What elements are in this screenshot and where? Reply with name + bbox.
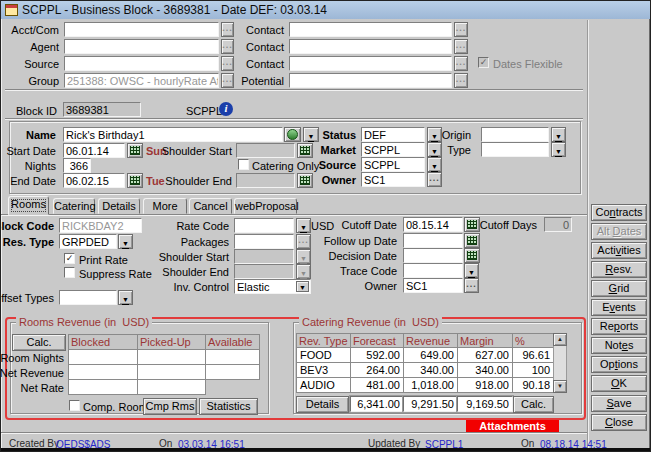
source-lookup-button[interactable]: ... (221, 56, 234, 71)
cell-forecast[interactable]: 264.00 (350, 362, 404, 378)
type-field[interactable] (481, 142, 549, 157)
res-type-lov-button[interactable]: ▼ (118, 234, 133, 249)
decision-date-field[interactable] (403, 248, 463, 263)
source-lov-button[interactable]: ▼ (427, 157, 442, 172)
follow-up-calendar-button[interactable] (464, 233, 480, 248)
tab-more[interactable]: More (143, 198, 187, 214)
origin-lov-button[interactable]: ▼ (551, 127, 566, 142)
statistics-button[interactable]: Statistics (199, 398, 258, 415)
agent-field[interactable] (64, 39, 219, 54)
cell-revenue[interactable]: 649.00 (403, 347, 458, 363)
acct-com-lookup-button[interactable]: ... (221, 22, 234, 37)
cell-revenue[interactable]: 340.00 (403, 362, 458, 378)
contact2-field[interactable] (289, 39, 452, 54)
comp-rooms-checkbox[interactable] (69, 400, 80, 411)
packages-lookup-button[interactable]: ... (296, 234, 311, 249)
cell-pct[interactable]: 96.61 (512, 347, 554, 363)
cell-forecast[interactable]: 481.00 (350, 377, 404, 393)
cmp-rms-button[interactable]: Cmp Rms (143, 398, 197, 415)
agent-lookup-button[interactable]: ... (221, 39, 234, 54)
activities-button[interactable]: Activities (591, 242, 647, 259)
packages-field[interactable] (234, 234, 294, 249)
cell-pct[interactable]: 100 (512, 362, 554, 378)
status-field[interactable]: DEF (361, 127, 425, 142)
cell-rev-type[interactable]: BEV3 (296, 362, 351, 378)
market-lov-button[interactable]: ▼ (427, 142, 442, 157)
catering-only-checkbox[interactable] (238, 159, 249, 170)
shoulder-end-calendar-button[interactable] (297, 173, 313, 188)
options-button[interactable]: Options (591, 356, 647, 373)
rooms-owner-field[interactable]: SC1 (403, 278, 463, 293)
combo-dropdown-button[interactable]: ▼ (296, 281, 309, 292)
close-button[interactable]: Close (591, 414, 647, 431)
name-lov-button[interactable]: ▼ (303, 127, 319, 142)
cutoff-date-field[interactable]: 08.15.14 (403, 217, 463, 232)
shoulder-start-calendar-button[interactable] (297, 143, 313, 158)
cell-rev-type[interactable]: AUDIO (296, 377, 351, 393)
block-code-field[interactable]: RICKBDAY2 (59, 218, 142, 233)
end-date-calendar-button[interactable] (127, 173, 143, 188)
suppress-rate-checkbox[interactable] (64, 267, 75, 278)
tab-details[interactable]: Details (98, 198, 140, 214)
cutoff-date-calendar-button[interactable] (464, 217, 480, 232)
cell-pct[interactable]: 90.18 (512, 377, 554, 393)
acct-com-field[interactable] (64, 22, 219, 37)
save-button[interactable]: Save (591, 395, 647, 412)
follow-up-date-field[interactable] (403, 233, 463, 248)
potential-field[interactable] (289, 73, 452, 88)
events-button[interactable]: Events (591, 299, 647, 316)
cell-revenue[interactable]: 1,018.00 (403, 377, 458, 393)
grid-button[interactable]: Grid (591, 280, 647, 297)
cell-forecast[interactable]: 592.00 (350, 347, 404, 363)
nights-field[interactable]: 366 (63, 158, 91, 173)
notes-button[interactable]: Notes (591, 337, 647, 354)
contact1-field[interactable] (289, 22, 452, 37)
start-date-field[interactable]: 06.01.14 (63, 143, 125, 158)
resv-button[interactable]: Resv. (591, 261, 647, 278)
group-lookup-button[interactable]: ... (221, 73, 234, 88)
trace-code-lov-button[interactable]: ▼ (464, 263, 479, 278)
cell-margin[interactable]: 918.00 (457, 377, 513, 393)
contact3-lookup-button[interactable]: ... (454, 56, 468, 71)
offset-types-lov-button[interactable]: ▼ (118, 290, 133, 305)
contact2-lookup-button[interactable]: ... (454, 39, 468, 54)
cell-margin[interactable]: 340.00 (457, 362, 513, 378)
rooms-calc-button[interactable]: Calc. (12, 334, 66, 351)
rate-code-field[interactable] (234, 218, 294, 233)
ok-button[interactable]: OK (591, 375, 647, 392)
contact3-field[interactable] (289, 56, 452, 71)
inv-control-select[interactable]: Elastic ▼ (234, 279, 311, 294)
owner-lookup-button[interactable]: ... (427, 172, 442, 187)
catering-scrollbar-track[interactable] (553, 345, 567, 381)
tab-catering[interactable]: Catering (53, 198, 95, 214)
trace-code-field[interactable] (403, 263, 463, 278)
name-field[interactable]: Rick's Birthday1 (63, 127, 283, 142)
scroll-down-button[interactable]: ▼ (553, 380, 567, 393)
contact1-lookup-button[interactable]: ... (454, 22, 468, 37)
offset-types-field[interactable] (59, 290, 117, 305)
contracts-button[interactable]: Contracts (591, 204, 647, 221)
cell-rev-type[interactable]: FOOD (296, 347, 351, 363)
tab-rooms[interactable]: Rooms (8, 196, 49, 215)
rooms-owner-lookup-button[interactable]: ... (464, 278, 479, 293)
source-field[interactable] (64, 56, 219, 71)
tab-webproposal[interactable]: webProposal (234, 198, 297, 214)
tab-cancel[interactable]: Cancel (189, 198, 232, 214)
titlebar[interactable]: SCPPL - Business Block - 3689381 - Date … (1, 1, 650, 19)
type-lov-button[interactable]: ▼ (551, 142, 566, 157)
origin-field[interactable] (481, 127, 549, 142)
translate-button[interactable] (284, 127, 301, 142)
scroll-up-button[interactable]: ▲ (553, 333, 567, 346)
info-button[interactable]: i (218, 101, 234, 117)
details-button[interactable]: Details (296, 396, 349, 413)
owner-field[interactable]: SC1 (361, 172, 425, 187)
print-rate-checkbox[interactable]: ✓ (64, 253, 75, 264)
source-code-field[interactable]: SCPPL (361, 157, 425, 172)
decision-calendar-button[interactable] (464, 248, 480, 263)
res-type-field[interactable]: GRPDED (59, 234, 117, 249)
group-field[interactable]: 251388: OWSC - hourlyRate Attribute (64, 73, 219, 88)
rate-code-lov-button[interactable]: ▼ (296, 218, 311, 233)
cell-margin[interactable]: 627.00 (457, 347, 513, 363)
start-date-calendar-button[interactable] (127, 143, 143, 158)
catering-calc-button[interactable]: Calc. (513, 396, 554, 413)
